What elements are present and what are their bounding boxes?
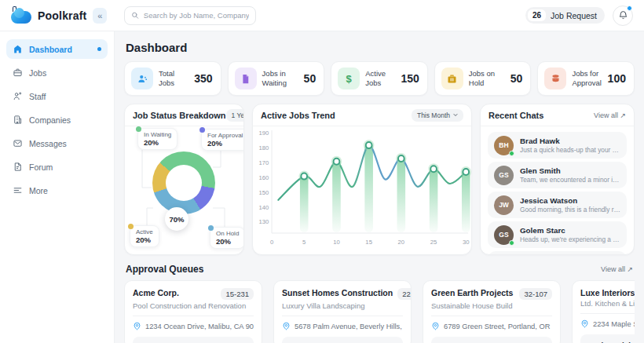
file-icon	[235, 68, 257, 89]
stat-card-jobs-for-approval[interactable]: Jobs for Approval 100	[537, 61, 635, 96]
sidebar-item-label: Messages	[29, 139, 67, 148]
svg-text:15: 15	[365, 239, 372, 246]
svg-text:20: 20	[398, 239, 405, 246]
stat-card-total-jobs[interactable]: Total Jobs 350	[124, 61, 221, 96]
bell-icon	[618, 10, 628, 20]
breakdown-title: Job Status Breakdown	[133, 111, 226, 120]
brand-name: Poolkraft	[38, 9, 86, 22]
charts-row: Job Status Breakdown 1 Year	[124, 104, 635, 255]
chats-list: BH Brad Hawk Just a quick heads-up that …	[481, 126, 634, 255]
recent-chats-card: Recent Chats View all ↗ BH Brad Hawk Jus…	[480, 104, 635, 255]
address: 1234 Ocean Drive, Malibu, CA 90265	[145, 323, 254, 330]
building-icon	[13, 115, 23, 125]
search-icon	[131, 11, 139, 20]
company-name: Sunset Homes Construction	[282, 288, 393, 297]
map-pin-icon	[580, 319, 589, 328]
coins-icon	[544, 68, 566, 89]
sidebar-item-companies[interactable]: Companies	[6, 110, 108, 130]
chats-view-all-link[interactable]: View all ↗	[594, 111, 626, 119]
chat-name: Glen Smith	[520, 166, 620, 175]
chat-item[interactable]: BH Brad Hawk Just a quick heads-up that …	[488, 132, 627, 159]
sidebar-item-more[interactable]: More	[6, 181, 108, 200]
home-icon	[13, 44, 23, 54]
sidebar-item-messages[interactable]: Messages	[6, 133, 108, 153]
company-name: Acme Corp.	[133, 288, 179, 297]
company-service: Luxury Villa Landscaping	[282, 301, 403, 310]
sidebar: Dashboard Jobs Staff Companies Messages	[0, 31, 115, 343]
sidebar-collapse-button[interactable]: «	[93, 8, 107, 24]
stat-card-jobs-in-waiting[interactable]: Jobs in Waiting 50	[228, 61, 325, 96]
stat-label: Jobs for Approval	[572, 69, 602, 89]
approval-cards-row: Acme Corp. 15-231 Pool Construction and …	[124, 280, 635, 343]
approval-card-green-earth[interactable]: Green Earth Projects 32-107 Sustainable …	[423, 280, 561, 343]
map-pin-icon	[133, 322, 141, 330]
approvals-view-all-link[interactable]: View all ↗	[601, 265, 633, 273]
svg-text:10: 10	[333, 239, 340, 246]
chat-message: Good morning, this is a friendly reminde…	[520, 206, 620, 213]
job-code-badge: 22-467	[397, 288, 412, 300]
chat-name: Golem Starc	[520, 226, 620, 235]
sidebar-item-label: Staff	[29, 92, 46, 101]
sidebar-item-forum[interactable]: Forum	[6, 157, 108, 177]
sidebar-item-label: Forum	[29, 162, 53, 172]
topbar: Poolkraft « 26 Job Request	[0, 0, 644, 31]
page-title: Dashboard	[126, 41, 635, 54]
chat-item[interactable]: JW Jessica Watson Good morning, this is …	[488, 192, 627, 218]
chat-name: Jessica Watson	[520, 196, 620, 205]
avatar: JW	[494, 195, 514, 215]
sidebar-item-jobs[interactable]: Jobs	[6, 63, 108, 82]
sidebar-item-label: More	[29, 186, 48, 195]
legend-in-waiting: In Waiting 20%	[137, 128, 177, 150]
project-box: Modern Living Room Requested By David E	[580, 334, 635, 343]
chat-item[interactable]: GS Glen Smith Team, we encountered a min…	[488, 162, 627, 188]
chats-title: Recent Chats	[488, 111, 543, 120]
active-dot	[97, 47, 101, 51]
stat-card-jobs-on-hold[interactable]: Jobs on Hold 50	[434, 61, 532, 96]
users-icon	[131, 68, 153, 89]
breakdown-range-dropdown[interactable]: 1 Year	[226, 109, 244, 122]
svg-text:30: 30	[463, 239, 470, 246]
notifications-button[interactable]	[613, 5, 633, 26]
online-dot	[509, 240, 514, 246]
chat-name: Brad Hawk	[520, 137, 620, 145]
trend-title: Active Jobs Trend	[261, 111, 335, 120]
approval-card-luxe-interiors[interactable]: Luxe Interiors Ltd. Ltd. Kitchen & Livin…	[572, 280, 635, 343]
search-box[interactable]	[124, 6, 256, 25]
svg-text:160: 160	[258, 174, 269, 181]
legend-on-hold: On Hold 20%	[210, 227, 244, 249]
search-input[interactable]	[144, 11, 249, 20]
sidebar-item-dashboard[interactable]: Dashboard	[6, 39, 108, 59]
project-box: Pool Deck Reinforcement Project Requeste…	[133, 337, 254, 343]
company-service: Ltd. Kitchen & Living	[580, 299, 635, 308]
legend-dot	[128, 224, 134, 229]
job-request-button[interactable]: 26 Job Request	[525, 7, 605, 24]
job-request-label: Job Request	[551, 11, 597, 20]
chat-item[interactable]: GS Golem Starc Heads up, we're experienc…	[488, 221, 627, 248]
trend-range-dropdown[interactable]: This Month	[412, 109, 463, 122]
notification-dot	[627, 5, 632, 11]
svg-text:140: 140	[258, 204, 269, 211]
map-pin-icon	[282, 322, 291, 330]
approval-card-acme[interactable]: Acme Corp. 15-231 Pool Construction and …	[124, 280, 262, 343]
chat-message: Heads up, we're experiencing a slight de…	[520, 235, 620, 243]
stat-value: 50	[510, 72, 523, 85]
stat-value: 350	[194, 72, 212, 85]
svg-text:0: 0	[270, 239, 274, 246]
mail-icon	[13, 138, 23, 148]
approval-card-sunset-homes[interactable]: Sunset Homes Construction 22-467 Luxury …	[273, 280, 412, 343]
legend-dot	[136, 126, 141, 132]
svg-text:25: 25	[430, 239, 437, 246]
stat-label: Jobs in Waiting	[262, 69, 298, 89]
chat-item[interactable]: CG Chris Gayle	[488, 251, 627, 255]
staff-icon	[13, 91, 23, 101]
hold-icon	[441, 68, 463, 89]
sidebar-item-label: Dashboard	[29, 45, 72, 54]
avatar: CG	[494, 255, 514, 256]
chat-message: Team, we encountered a minor issue with …	[520, 176, 620, 184]
sidebar-item-staff[interactable]: Staff	[6, 86, 108, 106]
approval-queues-section: Approval Queues View all ↗ Acme Corp. 15…	[124, 264, 635, 343]
approvals-title: Approval Queues	[126, 264, 203, 275]
search-wrap	[115, 6, 525, 25]
line-chart[interactable]: 130140150160170180190051015202530	[253, 126, 471, 254]
stat-card-active-jobs[interactable]: $ Active Jobs 150	[331, 61, 428, 96]
